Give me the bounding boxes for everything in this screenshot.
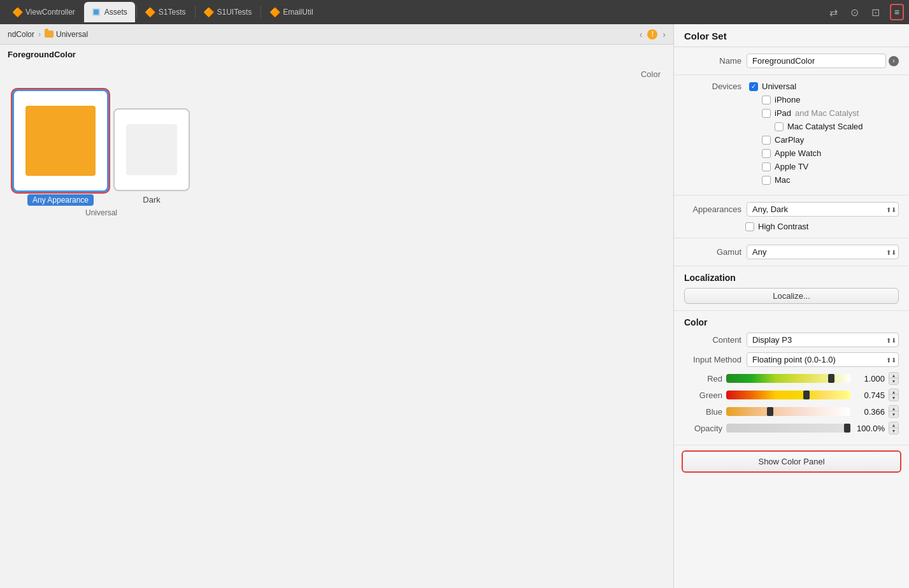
content-label: Content — [684, 335, 741, 345]
blue-stepper-down[interactable]: ▼ — [889, 412, 898, 417]
dark-box[interactable] — [113, 108, 190, 191]
nav-forward-icon[interactable]: › — [662, 29, 666, 39]
mac-catalyst-label: Mac Catalyst Scaled — [787, 122, 863, 131]
red-stepper-up[interactable]: ▲ — [889, 373, 898, 378]
checkbox-row-iphone: iPhone — [747, 95, 863, 104]
show-color-panel-button[interactable]: Show Color Panel — [682, 450, 901, 473]
content-select-container: Display P3 sRGB ⬆⬇ — [747, 333, 899, 347]
green-stepper-up[interactable]: ▲ — [889, 389, 898, 395]
appearances-select-wrapper: Any, Dark None Any, Light, Dark ⬆⬇ — [747, 202, 899, 217]
opacity-stepper-up[interactable]: ▲ — [889, 422, 898, 428]
iphone-checkbox[interactable] — [762, 96, 771, 104]
swift-icon-s1tests: 🔶 — [146, 8, 155, 17]
red-slider-thumb — [828, 374, 834, 383]
green-slider-row: Green 0.745 ▲ ▼ — [684, 389, 899, 401]
ipad-label: iPad — [775, 108, 791, 118]
menu-icon[interactable]: ⊙ — [848, 4, 861, 21]
breadcrumb: ndColor › Universal — [8, 30, 88, 39]
green-stepper-down[interactable]: ▼ — [889, 395, 898, 401]
back-icon[interactable]: ⇄ — [827, 4, 840, 21]
localization-section: Localization Localize... — [674, 266, 909, 311]
tab-emailutil[interactable]: 🔶 EmailUtil — [262, 2, 320, 22]
blue-stepper-up[interactable]: ▲ — [889, 406, 898, 412]
gamut-label: Gamut — [684, 247, 741, 257]
appearances-select-container: Any, Dark None Any, Light, Dark ⬆⬇ — [747, 202, 899, 217]
tab-label-assets: Assets — [104, 8, 127, 17]
blue-value: 0.366 — [854, 407, 885, 417]
swift-icon-s1uitests: 🔶 — [204, 8, 213, 17]
warning-icon: ! — [647, 29, 657, 39]
content-select-wrapper: Display P3 sRGB ⬆⬇ — [747, 333, 899, 347]
localization-title: Localization — [684, 273, 899, 283]
split-icon[interactable]: ⊡ — [869, 4, 882, 21]
carplay-label: CarPlay — [775, 135, 804, 145]
swift-icon-emailutil: 🔶 — [270, 8, 279, 17]
name-label: Name — [684, 56, 741, 66]
devices-section: Devices Universal iPhone iPa — [674, 75, 909, 196]
carplay-checkbox[interactable] — [762, 136, 771, 145]
tab-label-emailutil: EmailUtil — [283, 8, 313, 17]
name-input[interactable] — [747, 54, 886, 68]
svg-rect-1 — [94, 10, 99, 15]
tab-assets[interactable]: Assets — [84, 2, 135, 22]
localize-button[interactable]: Localize... — [684, 288, 899, 304]
gamut-select[interactable]: Any sRGB Display P3 — [747, 245, 899, 259]
name-section: Name › — [674, 47, 909, 75]
dark-label: Dark — [138, 194, 165, 206]
name-field-wrapper: › — [747, 54, 899, 68]
asset-name: ForegroundColor — [0, 45, 673, 64]
red-stepper-down[interactable]: ▼ — [889, 378, 898, 384]
tab-viewcontroller[interactable]: 🔶 ViewController — [5, 2, 83, 22]
green-stepper[interactable]: ▲ ▼ — [889, 389, 899, 401]
ipad-checkbox[interactable] — [762, 109, 771, 118]
breadcrumb-nav: ‹ ! › — [640, 29, 666, 39]
content-row: Content Display P3 sRGB ⬆⬇ — [684, 333, 899, 347]
input-method-select[interactable]: Floating point (0.0-1.0) 8-bit (0-255) H… — [747, 352, 899, 367]
red-slider-track[interactable] — [726, 374, 850, 383]
tab-divider-3 — [261, 6, 261, 18]
blue-slider-track[interactable] — [726, 407, 850, 416]
gamut-select-container: Any sRGB Display P3 ⬆⬇ — [747, 245, 899, 259]
any-appearance-wrapper: Any Appearance — [13, 90, 108, 206]
apple-tv-checkbox[interactable] — [762, 162, 771, 171]
checkbox-row-mac-catalyst: Mac Catalyst Scaled — [747, 122, 863, 131]
opacity-stepper-down[interactable]: ▼ — [889, 428, 898, 434]
content-select[interactable]: Display P3 sRGB — [747, 333, 899, 347]
tab-s1tests[interactable]: 🔶 S1Tests — [138, 2, 194, 22]
apple-watch-checkbox[interactable] — [762, 149, 771, 158]
gamut-select-wrapper: Any sRGB Display P3 ⬆⬇ — [747, 245, 899, 259]
mac-catalyst-checkbox[interactable] — [775, 122, 784, 131]
gamut-section: Gamut Any sRGB Display P3 ⬆⬇ — [674, 238, 909, 266]
any-appearance-box[interactable] — [13, 90, 108, 192]
color-section-title: Color — [684, 317, 899, 327]
folder-icon — [45, 31, 54, 38]
red-stepper[interactable]: ▲ ▼ — [889, 372, 899, 385]
mac-checkbox[interactable] — [762, 176, 771, 185]
opacity-stepper[interactable]: ▲ ▼ — [889, 422, 899, 434]
tab-bar-right: ⇄ ⊙ ⊡ ≡ — [827, 4, 904, 21]
opacity-value: 100.0% — [854, 424, 885, 433]
tab-divider-2 — [195, 6, 196, 18]
color-boxes-container: Any Appearance Dark Universal — [13, 90, 190, 217]
universal-checkbox[interactable] — [749, 82, 758, 91]
input-method-select-container: Floating point (0.0-1.0) 8-bit (0-255) H… — [747, 352, 899, 367]
high-contrast-row: High Contrast — [684, 222, 899, 231]
green-slider-track[interactable] — [726, 391, 850, 399]
tab-label-s1tests: S1Tests — [159, 8, 186, 17]
canvas-area: Color Any Appearance D — [0, 64, 673, 588]
opacity-slider-row: Opacity 100.0% ▲ ▼ — [684, 422, 899, 434]
appearances-select[interactable]: Any, Dark None Any, Light, Dark — [747, 202, 899, 217]
ipad-sublabel: and Mac Catalyst — [795, 108, 859, 118]
apple-watch-label: Apple Watch — [775, 148, 821, 158]
opacity-slider-track[interactable] — [726, 424, 850, 433]
checkbox-row-universal: Universal — [747, 82, 863, 91]
dark-color — [126, 124, 177, 175]
opacity-label: Opacity — [684, 424, 722, 433]
nav-back-icon[interactable]: ‹ — [640, 29, 643, 39]
high-contrast-checkbox[interactable] — [745, 222, 754, 231]
name-field-arrow[interactable]: › — [889, 56, 899, 66]
blue-stepper[interactable]: ▲ ▼ — [889, 405, 899, 418]
filter-icon[interactable]: ≡ — [890, 4, 904, 20]
tab-s1uitests[interactable]: 🔶 S1UITests — [197, 2, 260, 22]
appearances-label: Appearances — [684, 204, 741, 214]
